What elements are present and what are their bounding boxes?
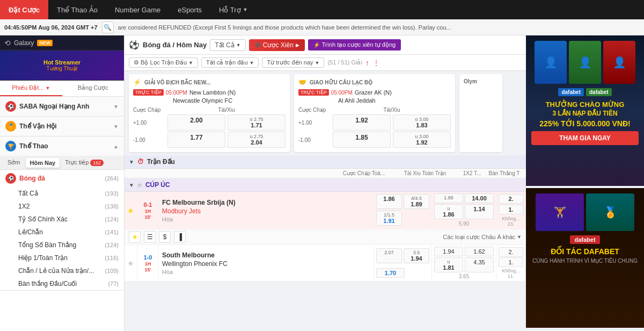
live-away-2: Al Ahli Jeddah	[338, 97, 376, 104]
nav-esports[interactable]: eSports	[169, 0, 210, 19]
ad2-subtitle: CÙNG HÀNH TRÌNH VÌ MỤC TIÊU CHUNG	[531, 258, 639, 264]
tat-ca-tran-dropdown[interactable]: Tất cả trận đấu ▼	[201, 57, 259, 68]
sub-item-ban-thang-dau[interactable]: Bàn thắng Đầu/Cuối (77)	[0, 277, 124, 290]
ad1-highlight: 225% TỚI 5.000.000 VNĐ!	[531, 119, 639, 128]
new-badge: NEW	[37, 40, 53, 46]
galaxy-icon: ⟲	[4, 39, 11, 47]
match-star-1[interactable]: ★	[125, 192, 137, 229]
col-header-cuoc-chap: Cược Chấp Toà...	[335, 170, 393, 176]
away-team-2: Wellington Phoenix FC	[162, 260, 370, 268]
live-badge-2: TRỰC TIẾP	[298, 89, 329, 96]
1x2-cell-1a[interactable]: 2.	[499, 194, 523, 204]
odds-cell-2a[interactable]: 2.07	[376, 248, 402, 263]
odds-away-1[interactable]: 1.77	[167, 132, 225, 148]
1x2-cell-2a[interactable]: 2.	[499, 247, 523, 257]
expand-icon: ▼	[129, 182, 134, 188]
ad1-subtitle: 3 LẦN NẠP ĐẦU TIÊN	[531, 110, 639, 117]
1x2-cell-2b[interactable]: 1.	[499, 257, 523, 267]
league-star[interactable]: ★	[136, 181, 143, 189]
sidebar-section-the-thao[interactable]: 🏆 Thể Thao ▲	[0, 136, 124, 156]
sub-item-tat-ca[interactable]: Tất Cả (193)	[0, 187, 124, 200]
sidebar-section-saba[interactable]: ⚽ SABA Ngoại Hạng Anh ▼	[0, 97, 124, 116]
home-team-2: South Melbourne	[162, 251, 370, 259]
filter-count: (51 / 51) Giải	[327, 59, 362, 66]
live-league-2: 🤝 GIAO HỮU CÂU LẠC BỘ	[298, 78, 451, 86]
subnav-truc-tiep[interactable]: Trực tiếp 162	[61, 157, 108, 168]
odds-under-1[interactable]: u 2.75 2.04	[228, 132, 286, 148]
bo-loc-btn[interactable]: ⚙ Bộ Lọc Trận Đấu ▼	[129, 57, 198, 68]
odds-cell-2c[interactable]: 1.70	[376, 268, 405, 278]
odds-home-2[interactable]: 1.92	[333, 114, 391, 131]
tab-phieu-dat[interactable]: Phiếu Đặt... ▼	[0, 81, 62, 96]
sub-item-le-chan[interactable]: Lẻ/Chẵn (141)	[0, 226, 124, 239]
category-dropdown[interactable]: Tất Cả ▼	[210, 39, 246, 51]
sub-item-tong-ban-thang[interactable]: Tổng Số Bàn Thắng (124)	[0, 239, 124, 251]
action-star[interactable]: ★	[129, 231, 141, 243]
taixiu-cell-2c[interactable]: u 1.81	[434, 257, 463, 272]
away-team-1[interactable]: Modbury Jets	[162, 207, 370, 215]
home-team-1: FC Melbourne Srbija (N)	[162, 199, 370, 206]
taixiu-cell-1c[interactable]: u 1.86	[434, 204, 463, 219]
ad-banner-2[interactable]: 🏋️ 🏅 dafabet ĐỐI TÁC DAFABET CÙNG HÀNH T…	[526, 188, 644, 328]
odds-cell-1b[interactable]: 4/4.5 1.89	[404, 194, 429, 209]
subnav-som[interactable]: Sớm	[3, 157, 25, 168]
nav-dat-cuoc[interactable]: Đặt Cược	[0, 0, 48, 19]
sub-item-chan-le-nua[interactable]: Chẵn / Lẻ của Nửa trận/... (109)	[0, 264, 124, 277]
tran-dau-header[interactable]: ▼ ⏱ Trận Đấu	[125, 155, 526, 169]
banner-title: Hot Streamer	[43, 59, 80, 66]
odds-cell-1a[interactable]: 1.86	[376, 194, 402, 209]
taixiu-cell-1b[interactable]: 14.00	[465, 193, 494, 203]
sub-item-ty-so[interactable]: Tỷ Số Chính Xác (124)	[0, 213, 124, 226]
trinh-tao-btn[interactable]: ⚡ Trình tạo cược xiên tự động	[308, 39, 401, 51]
nav-number-game[interactable]: Number Game	[106, 0, 169, 19]
odds-over-1[interactable]: o 2.75 1.71	[228, 114, 286, 131]
match-actions-1: ★ ☰ $ ▐ Các loại cược Châu Á khác ▼	[125, 229, 526, 244]
sport-item-bong-da[interactable]: ⚽ Bóng đá (264)	[0, 170, 124, 187]
odds-cell-2b[interactable]: 3.5 1.94	[404, 248, 429, 263]
nav-ho-tro[interactable]: Hỗ Trợ ▼	[210, 0, 256, 19]
live-home-2: Grazer AK (N)	[355, 89, 392, 96]
league-cup-uc-header[interactable]: ▼ ★ CÚP ÚC	[125, 178, 526, 192]
sidebar-section-the-van-hoi[interactable]: 🏅 Thể Vận Hội ▼	[0, 117, 124, 136]
ad2-title: ĐỐI TÁC DAFABET	[531, 247, 639, 256]
cuoc-xien-btn[interactable]: ➕ Cược Xiên ▶	[249, 39, 305, 51]
search-button[interactable]: 🔍	[102, 21, 114, 33]
ad-banner-1[interactable]: 👤 👤 👤 dafabet dafabet THƯỞNG CHÀO MỪNG 3…	[526, 35, 644, 186]
live-league-1: ⚡ GIẢI VÔ ĐỊCH BẮC NEW...	[133, 78, 286, 86]
live-badge-1: TRỰC TIẾP	[133, 89, 164, 96]
nav-the-thao-ao[interactable]: Thể Thao Ảo	[48, 0, 106, 19]
taixiu-cell-2d[interactable]: 4.35	[465, 257, 494, 272]
live-league-3-partial: Olym	[464, 78, 498, 84]
tab-bang-cuoc[interactable]: Bảng Cược	[62, 81, 125, 96]
odds-under-2[interactable]: u 3.00 1.92	[393, 132, 451, 148]
odds-away-2[interactable]: 1.85	[333, 132, 391, 148]
action-bookmark[interactable]: ☰	[144, 231, 156, 243]
taixiu-cell-2b[interactable]: 1.62	[465, 247, 494, 256]
sort-up-icon[interactable]: ↑	[365, 59, 369, 67]
time-filter-dropdown[interactable]: Từ trước đến nay ▼	[262, 57, 324, 68]
taixiu-cell-1a[interactable]: 1.89	[434, 193, 463, 203]
taixiu-cell-1d[interactable]: 1.14	[465, 204, 494, 219]
action-dollar[interactable]: $	[159, 231, 171, 243]
more-odds-link[interactable]: Các loại cược Châu Á khác ▼	[443, 234, 522, 241]
collapse-icon: ▼	[129, 159, 134, 165]
clock: 04:45:50PM Aug 06, 2024 GMT +7	[4, 24, 98, 31]
hoa-1: Hòa	[162, 216, 370, 222]
odds-cell-1c[interactable]: 1/1.5 1.91	[376, 211, 402, 226]
saba-label: SABA Ngoại Hạng Anh	[19, 103, 110, 110]
taixiu-cell-2a[interactable]: 1.94	[434, 247, 463, 256]
odds-home-1[interactable]: 2.00	[167, 114, 225, 131]
action-chart[interactable]: ▐	[174, 231, 186, 243]
match-star-2[interactable]: ★	[125, 245, 137, 281]
sort-more-icon[interactable]: ⋮	[372, 59, 380, 67]
1x2-cell-1b[interactable]: 1.	[499, 205, 523, 214]
live-away-1: Newcastle Olympic FC	[173, 97, 232, 104]
ad1-cta[interactable]: THAM GIA NGAY	[531, 131, 639, 145]
the-thao-label: Thể Thao	[19, 142, 110, 150]
sub-item-hiep1[interactable]: Hiệp 1/Toàn Trận (116)	[0, 251, 124, 264]
odds-over-2[interactable]: o 3.00 1.83	[393, 114, 451, 131]
live-home-1: New Lambton (N)	[189, 89, 236, 96]
sub-item-1x2[interactable]: 1X2 (138)	[0, 200, 124, 213]
subnav-hom-nay[interactable]: Hôm Nay	[26, 158, 60, 168]
tran-dau-timer-icon: ⏱	[137, 158, 144, 166]
